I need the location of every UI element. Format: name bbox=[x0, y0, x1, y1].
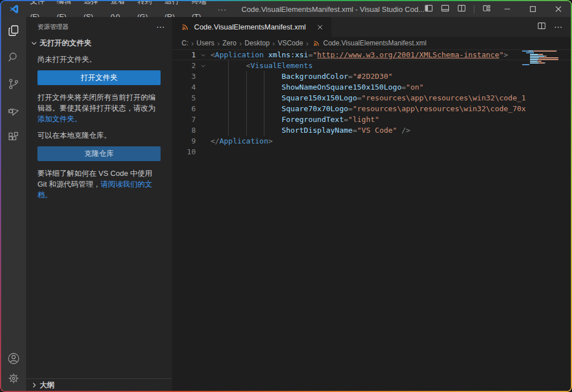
indent-guide bbox=[264, 125, 281, 136]
source-control-icon[interactable] bbox=[1, 70, 26, 97]
breadcrumb-item[interactable]: VSCode bbox=[277, 39, 303, 47]
add-folder-link[interactable]: 添加文件夹 bbox=[37, 115, 74, 123]
line-number[interactable]: 9 bbox=[173, 136, 196, 146]
indent-guide bbox=[228, 125, 246, 136]
outline-section-header[interactable]: 大纲 bbox=[26, 378, 172, 391]
sidebar-body: 尚未打开文件夹。 打开文件夹 打开文件夹将关闭所有当前打开的编辑器。要使其保持打… bbox=[26, 49, 172, 206]
settings-icon[interactable] bbox=[1, 372, 26, 391]
tab-close-icon[interactable] bbox=[314, 22, 326, 33]
code-line[interactable]: 6Square70x70Logo="resources\app\resource… bbox=[173, 103, 571, 114]
line-number[interactable]: 2 bbox=[173, 60, 196, 71]
code-line[interactable]: 5Square150x150Logo="resources\app\resour… bbox=[173, 92, 571, 103]
code-line[interactable]: 7ForegroundText="light" bbox=[173, 114, 571, 125]
line-number[interactable]: 1 bbox=[173, 49, 196, 60]
open-note-text: 打开文件夹将关闭所有当前打开的编辑器。要使其保持打开状态，请改为 bbox=[37, 93, 155, 112]
minimap-line bbox=[522, 66, 566, 67]
minimap-line bbox=[522, 57, 566, 58]
activity-bar-top bbox=[1, 17, 26, 150]
open-folder-button[interactable]: 打开文件夹 bbox=[37, 70, 161, 85]
line-number[interactable]: 3 bbox=[173, 71, 196, 82]
close-button[interactable] bbox=[545, 1, 571, 17]
editor-actions: ⋯ bbox=[537, 17, 571, 37]
code-line[interactable]: 9</Application> bbox=[173, 136, 571, 146]
indent-guide bbox=[264, 103, 281, 114]
code-line[interactable]: 4ShowNameOnSquare150x150Logo="on" bbox=[173, 82, 571, 92]
window-border: 文件(F)编辑(E)选择(S)查看(V)转到(G)运行(R)终端(T) ··· … bbox=[0, 0, 572, 392]
breadcrumb-separator-icon: › bbox=[271, 39, 276, 48]
breadcrumb-file[interactable]: Code.VisualElementsManifest.xml bbox=[323, 39, 426, 47]
minimap-line bbox=[522, 62, 566, 64]
toggle-panel-icon[interactable] bbox=[441, 4, 449, 14]
fold-chevron-icon[interactable] bbox=[196, 49, 211, 60]
chevron-down-icon bbox=[31, 40, 37, 47]
indent-guide bbox=[211, 60, 228, 71]
code-line[interactable]: 10 bbox=[173, 146, 571, 157]
code-text bbox=[211, 146, 571, 157]
minimap-line bbox=[522, 54, 566, 55]
code-line[interactable]: 3BackgroundColor="#2D2D30" bbox=[173, 71, 571, 82]
code-line[interactable]: 1<Application xmlns:xsi="http://www.w3.o… bbox=[173, 49, 571, 60]
menu-overflow-button[interactable]: ··· bbox=[213, 5, 231, 14]
indent-guide bbox=[211, 114, 228, 125]
outline-label: 大纲 bbox=[40, 380, 54, 390]
vscode-window: 文件(F)编辑(E)选择(S)查看(V)转到(G)运行(R)终端(T) ··· … bbox=[1, 1, 571, 391]
breadcrumb-item[interactable]: C: bbox=[182, 39, 188, 47]
maximize-button[interactable] bbox=[520, 1, 545, 17]
section-title: 无打开的文件夹 bbox=[40, 38, 91, 48]
indent-guide bbox=[211, 125, 228, 136]
sidebar-header: 资源管理器 ⋯ bbox=[26, 17, 172, 37]
tab-code-visualelementsmanifest[interactable]: Code.VisualElementsManifest.xml bbox=[173, 17, 331, 37]
account-icon[interactable] bbox=[1, 345, 26, 372]
line-number[interactable]: 4 bbox=[173, 82, 196, 92]
toggle-primary-sidebar-icon[interactable] bbox=[424, 4, 433, 14]
indent-guide bbox=[211, 92, 228, 103]
breadcrumb-item[interactable]: Zero bbox=[222, 39, 237, 47]
indent-guide bbox=[264, 114, 281, 125]
editor-more-actions-icon[interactable]: ⋯ bbox=[554, 22, 563, 32]
indent-guide bbox=[264, 71, 281, 82]
xml-file-icon bbox=[182, 23, 189, 31]
split-editor-icon[interactable] bbox=[537, 22, 546, 32]
toggle-secondary-sidebar-icon[interactable] bbox=[457, 4, 466, 14]
breadcrumb-item[interactable]: Users bbox=[196, 39, 214, 47]
minimap-line bbox=[522, 64, 566, 65]
minimap[interactable] bbox=[522, 50, 566, 68]
code-text: ShortDisplayName="VS Code" /> bbox=[211, 125, 571, 136]
code-text: BackgroundColor="#2D2D30" bbox=[211, 71, 571, 82]
code-text: </Application> bbox=[211, 136, 571, 146]
main-area: 资源管理器 ⋯ 无打开的文件夹 尚未打开文件夹。 打开文件夹 打开文件夹将关闭所… bbox=[1, 17, 571, 391]
breadcrumb-separator-icon: › bbox=[216, 39, 221, 48]
minimize-button[interactable] bbox=[494, 1, 520, 17]
extensions-icon[interactable] bbox=[1, 124, 26, 150]
tab-bar: Code.VisualElementsManifest.xml ⋯ bbox=[173, 17, 571, 37]
explorer-icon[interactable] bbox=[1, 17, 26, 44]
indent-guide bbox=[228, 92, 246, 103]
fold-gutter bbox=[196, 103, 211, 114]
indent-guide bbox=[228, 103, 246, 114]
clone-repository-button[interactable]: 克隆仓库 bbox=[37, 146, 161, 161]
explorer-sidebar: 资源管理器 ⋯ 无打开的文件夹 尚未打开文件夹。 打开文件夹 打开文件夹将关闭所… bbox=[26, 17, 173, 391]
breadcrumb-item[interactable]: Desktop bbox=[245, 39, 270, 47]
indent-guide bbox=[211, 103, 228, 114]
indent-guide bbox=[228, 60, 246, 71]
window-controls bbox=[494, 1, 571, 17]
git-note-suffix: 。 bbox=[45, 191, 52, 199]
indent-guide bbox=[211, 71, 228, 82]
minimap-line bbox=[522, 61, 566, 62]
code-area: 1<Application xmlns:xsi="http://www.w3.o… bbox=[173, 49, 571, 391]
run-debug-icon[interactable] bbox=[1, 97, 26, 124]
search-icon[interactable] bbox=[1, 44, 26, 70]
customize-layout-icon[interactable] bbox=[482, 4, 491, 14]
line-number[interactable]: 10 bbox=[173, 146, 196, 157]
code-line[interactable]: 8ShortDisplayName="VS Code" /> bbox=[173, 125, 571, 136]
fold-chevron-icon[interactable] bbox=[196, 60, 211, 71]
fold-gutter bbox=[196, 82, 211, 92]
section-no-folder[interactable]: 无打开的文件夹 bbox=[26, 37, 172, 49]
sidebar-more-actions-icon[interactable]: ⋯ bbox=[156, 22, 165, 32]
code-editor[interactable]: 1<Application xmlns:xsi="http://www.w3.o… bbox=[173, 49, 571, 157]
line-number[interactable]: 7 bbox=[173, 114, 196, 125]
line-number[interactable]: 8 bbox=[173, 125, 196, 136]
line-number[interactable]: 6 bbox=[173, 103, 196, 114]
line-number[interactable]: 5 bbox=[173, 92, 196, 103]
code-line[interactable]: 2<VisualElements bbox=[173, 60, 571, 71]
